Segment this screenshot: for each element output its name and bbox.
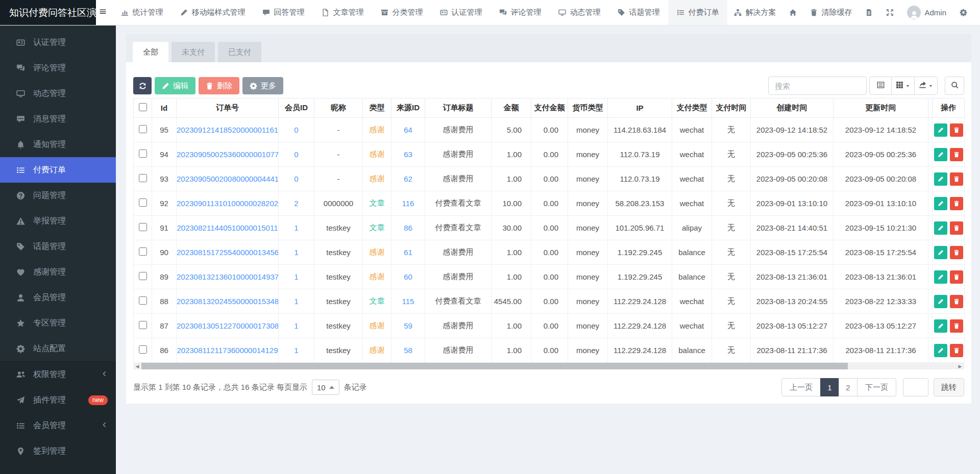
sidebar-item[interactable]: 权限管理‹ [0,362,116,387]
cell-member-id-link[interactable]: 1 [294,248,298,257]
row-edit-button[interactable] [934,319,947,333]
top-nav-item[interactable]: 文章管理 [313,0,372,25]
sidebar-item[interactable]: 付费订单 [0,157,116,183]
sidebar-item[interactable]: 认证管理 [0,30,116,55]
cell-order-no-link[interactable]: 202308112117360000014129 [177,346,278,355]
search-button[interactable] [945,77,964,95]
top-nav-item[interactable]: 动态管理 [550,0,609,25]
export-button[interactable] [914,77,938,95]
top-nav-item[interactable]: 认证管理 [431,0,491,25]
row-checkbox[interactable] [139,345,147,354]
row-checkbox[interactable] [139,125,147,133]
row-delete-button[interactable] [950,319,963,333]
row-checkbox[interactable] [139,247,147,256]
cell-order-no-link[interactable]: 202308132024550000015348 [177,297,279,306]
row-delete-button[interactable] [950,148,963,161]
sidebar-item[interactable]: 举报管理 [0,208,116,234]
cell-order-no-link[interactable]: 202309050025360000001077 [177,150,279,159]
jump-page-input[interactable] [903,378,928,396]
row-delete-button[interactable] [950,172,963,186]
columns-button[interactable] [891,77,915,95]
row-delete-button[interactable] [950,123,963,137]
cell-source-id-link[interactable]: 115 [402,297,414,306]
top-nav-item[interactable]: 统计管理 [112,0,172,25]
sidebar-item[interactable]: 话题管理 [0,234,116,259]
refresh-button[interactable] [133,77,152,94]
cell-order-no-link[interactable]: 202309121418520000001161 [177,126,278,134]
top-nav-item[interactable]: 分类管理 [372,0,431,25]
cell-member-id-link[interactable]: 1 [294,321,298,330]
jump-button[interactable]: 跳转 [934,378,964,396]
cell-source-id-link[interactable]: 61 [404,248,412,257]
select-all-checkbox[interactable] [139,103,147,111]
cell-member-id-link[interactable]: 1 [294,272,298,281]
row-edit-button[interactable] [934,197,947,210]
sidebar-item[interactable]: 专区管理 [0,310,116,336]
scrollbar-thumb[interactable] [141,363,848,369]
prev-page-button[interactable]: 上一页 [781,378,821,396]
cell-order-no-link[interactable]: 202308211440510000015011 [177,223,278,232]
sidebar-item[interactable]: 评论管理 [0,55,116,81]
sidebar-item[interactable]: 站点配置 [0,336,116,361]
top-nav-item[interactable]: 评论管理 [491,0,550,25]
delete-button[interactable]: 删除 [199,77,239,94]
tab-inactive[interactable]: 未支付 [172,42,215,62]
row-edit-button[interactable] [934,123,947,137]
cell-order-no-link[interactable]: 202309011310100000028202 [177,199,278,208]
row-delete-button[interactable] [950,221,963,235]
cell-source-id-link[interactable]: 59 [404,321,412,330]
card-view-button[interactable] [869,77,892,95]
top-nav-item[interactable]: 解决方案 [727,0,782,25]
cell-member-id-link[interactable]: 0 [294,174,298,183]
top-nav-item[interactable]: 付费订单 [668,0,727,25]
cell-order-no-link[interactable]: 202308151725540000013456 [177,248,279,257]
cell-source-id-link[interactable]: 58 [404,346,412,355]
row-edit-button[interactable] [934,246,947,259]
cell-member-id-link[interactable]: 2 [294,199,298,208]
page-number-button[interactable]: 1 [820,378,839,396]
row-checkbox[interactable] [139,198,147,207]
row-delete-button[interactable] [950,246,963,259]
scroll-right-arrow[interactable]: ▶ [956,363,964,369]
sidebar-item[interactable]: 会员管理‹ [0,413,116,438]
cell-member-id-link[interactable]: 1 [294,223,298,232]
next-page-button[interactable]: 下一页 [857,378,896,396]
sidebar-item[interactable]: 消息管理 [0,106,116,132]
cell-order-no-link[interactable]: 202309050020080000004441 [177,174,279,183]
row-edit-button[interactable] [934,172,947,186]
top-nav-item[interactable]: 清除缓存 [803,0,859,25]
cell-source-id-link[interactable]: 63 [404,150,412,159]
page-number-button[interactable]: 2 [839,378,857,396]
row-edit-button[interactable] [934,221,947,235]
page-size-select[interactable]: 10 [312,380,339,395]
cell-source-id-link[interactable]: 60 [404,272,412,281]
cell-member-id-link[interactable]: 1 [294,346,298,355]
row-checkbox[interactable] [139,223,147,231]
top-nav-icon-button[interactable] [859,0,879,25]
row-delete-button[interactable] [950,344,963,357]
cell-member-id-link[interactable]: 1 [294,297,298,306]
edit-button[interactable]: 编辑 [155,77,195,94]
tab-active[interactable]: 全部 [133,42,168,62]
row-checkbox[interactable] [139,296,147,305]
cell-source-id-link[interactable]: 116 [402,199,414,208]
top-nav-item[interactable]: 移动端样式管理 [172,0,254,25]
top-nav-icon-button[interactable] [953,0,974,25]
sidebar-item[interactable]: 感谢管理 [0,259,116,285]
cell-source-id-link[interactable]: 64 [404,126,412,134]
row-edit-button[interactable] [934,270,947,284]
row-delete-button[interactable] [950,197,963,210]
row-delete-button[interactable] [950,295,963,308]
cell-source-id-link[interactable]: 86 [404,223,412,232]
sidebar-toggle-button[interactable] [96,0,109,25]
sidebar-item[interactable]: 插件管理new [0,387,116,413]
cell-source-id-link[interactable]: 62 [404,174,412,183]
row-edit-button[interactable] [934,295,947,308]
top-nav-item[interactable]: 回答管理 [254,0,313,25]
top-nav-icon-button[interactable] [879,0,900,25]
top-nav-item[interactable]: 话题管理 [609,0,668,25]
sidebar-item[interactable]: 会员管理 [0,285,116,310]
sidebar-item[interactable]: 动态管理 [0,81,116,106]
row-checkbox[interactable] [139,321,147,329]
scroll-left-arrow[interactable]: ◀ [133,363,141,369]
